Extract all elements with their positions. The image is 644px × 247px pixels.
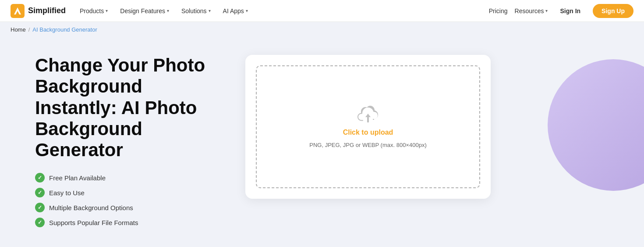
nav-links: Products ▾ Design Features ▾ Solutions ▾… — [74, 5, 489, 17]
pricing-link[interactable]: Pricing — [489, 7, 508, 14]
features-list: Free Plan Available Easy to Use Multiple… — [35, 173, 219, 227]
check-icon-4 — [35, 218, 45, 227]
navbar-right: Pricing Resources ▾ Sign In Sign Up — [489, 4, 633, 18]
feature-item-4: Supports Popular File Formats — [35, 218, 219, 227]
navbar: Simplified Products ▾ Design Features ▾ … — [0, 0, 644, 22]
nav-products[interactable]: Products ▾ — [74, 5, 113, 17]
nav-solutions[interactable]: Solutions ▾ — [176, 5, 216, 17]
feature-label-3: Multiple Background Options — [49, 204, 133, 211]
resources-chevron-icon: ▾ — [545, 8, 548, 13]
resources-link[interactable]: Resources ▾ — [515, 7, 548, 14]
upload-click-text: Click to upload — [343, 129, 393, 136]
breadcrumb-current: AI Background Generator — [32, 26, 97, 33]
products-chevron-icon: ▾ — [106, 8, 108, 13]
breadcrumb-home-link[interactable]: Home — [11, 26, 26, 33]
upload-card: Click to upload PNG, JPEG, JPG or WEBP (… — [245, 55, 491, 199]
ai-apps-chevron-icon: ▾ — [246, 8, 248, 13]
main-heading: Change Your Photo Background Instantly: … — [35, 55, 219, 161]
nav-ai-apps[interactable]: AI Apps ▾ — [218, 5, 253, 17]
check-icon-2 — [35, 188, 45, 197]
logo-link[interactable]: Simplified — [11, 4, 66, 18]
feature-label-2: Easy to Use — [49, 189, 85, 197]
cloud-upload-icon — [357, 106, 379, 123]
breadcrumb-separator: / — [28, 26, 30, 33]
upload-formats-text: PNG, JPEG, JPG or WEBP (max. 800×400px) — [309, 142, 426, 148]
hero-section: Change Your Photo Background Instantly: … — [35, 55, 219, 227]
feature-item-1: Free Plan Available — [35, 173, 219, 183]
decorative-circle — [548, 59, 644, 191]
feature-item-3: Multiple Background Options — [35, 203, 219, 212]
breadcrumb: Home / AI Background Generator — [0, 22, 644, 37]
solutions-chevron-icon: ▾ — [209, 8, 211, 13]
check-icon-3 — [35, 203, 45, 212]
upload-dropzone[interactable]: Click to upload PNG, JPEG, JPG or WEBP (… — [256, 65, 480, 188]
design-features-chevron-icon: ▾ — [167, 8, 169, 13]
main-content: Change Your Photo Background Instantly: … — [0, 37, 644, 245]
check-icon-1 — [35, 173, 45, 183]
feature-item-2: Easy to Use — [35, 188, 219, 197]
logo-text: Simplified — [28, 6, 66, 15]
feature-label-4: Supports Popular File Formats — [49, 219, 138, 226]
nav-design-features[interactable]: Design Features ▾ — [115, 5, 174, 17]
signin-button[interactable]: Sign In — [555, 5, 586, 17]
logo-icon — [11, 4, 25, 18]
feature-label-1: Free Plan Available — [49, 174, 106, 182]
signup-button[interactable]: Sign Up — [593, 4, 633, 18]
